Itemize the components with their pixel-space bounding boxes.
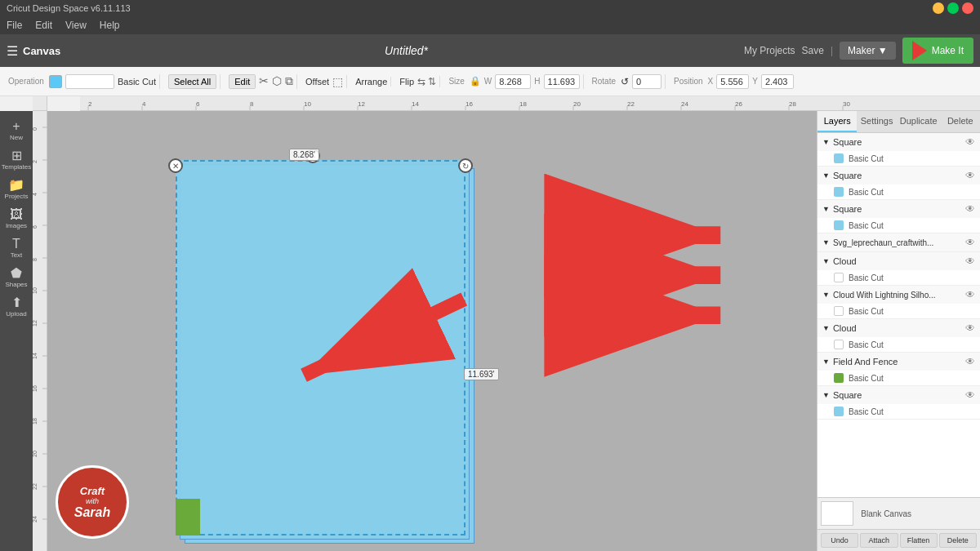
maker-button[interactable]: Maker ▼ [840,42,896,60]
rotate-input[interactable] [632,74,662,89]
layer-item-5-1[interactable]: Basic Cut [817,270,980,285]
width-input[interactable] [495,74,531,89]
layer-item-1-1[interactable]: Basic Cut [817,151,980,166]
layer-eye-7[interactable]: 👁 [965,322,975,334]
layer-name-5: Cloud [833,256,965,266]
rotate-group: Rotate ↺ [589,74,666,89]
make-it-button[interactable]: Make It [902,38,973,64]
svg-text:12: 12 [358,100,365,108]
watermark-logo: Craft with Sarah [56,465,129,539]
canvas-content[interactable]: ✕ ↻ 🔒 ⤡ ↔ 8.268' 11.693' [47,111,817,551]
svg-text:18: 18 [519,100,527,108]
svg-text:22: 22 [33,483,38,490]
lock-icon: 🔒 [470,76,481,87]
offset-group: Offset ⬚ [302,75,347,88]
undo-button[interactable]: Undo [821,533,858,548]
save-button[interactable]: Save [802,45,824,56]
svg-text:6: 6 [33,225,38,229]
svg-text:20: 20 [33,451,38,457]
layer-eye-2[interactable]: 👁 [965,170,975,181]
flip-group: Flip ⇆ ⇅ [396,76,440,87]
menu-file[interactable]: File [7,20,22,31]
tab-settings[interactable]: Settings [857,111,896,132]
layer-item-2-1[interactable]: Basic Cut [817,184,980,199]
layer-eye-1[interactable]: 👁 [965,136,975,148]
layer-arrow-1: ▼ [822,138,830,146]
maximize-button[interactable] [947,2,959,14]
layer-name-4: Svg_leprechaun_craftwith... [833,238,965,247]
canvas-square-3[interactable] [176,160,466,535]
layer-item-7-1[interactable]: Basic Cut [817,337,980,352]
layer-item-6-1[interactable]: Basic Cut [817,304,980,318]
flatten-button[interactable]: Flatten [900,533,938,548]
flip-label: Flip [399,77,414,87]
select-all-button[interactable]: Select All [168,74,216,89]
layer-item-8-1[interactable]: Basic Cut [817,371,980,385]
menu-edit[interactable]: Edit [35,20,52,31]
templates-button[interactable]: ⊞ Templates [3,147,29,173]
layer-color-1-1 [834,153,844,163]
layer-header-2[interactable]: ▼ Square 👁 [817,167,980,184]
width-dimension-label: 8.268' [289,149,319,161]
rotate-handle[interactable]: ↻ [458,158,473,173]
shapes-button[interactable]: ⬟ Shapes [3,264,29,291]
layer-group-9: ▼ Square 👁 Basic Cut [817,386,980,420]
new-button[interactable]: + New [3,118,29,144]
close-button[interactable] [962,2,973,14]
text-button[interactable]: T Text [3,235,29,261]
layer-arrow-2: ▼ [822,171,830,180]
layer-group-4: ▼ Svg_leprechaun_craftwith... 👁 [817,233,980,252]
ruler-svg: 24681012141618202224262830 [80,96,980,111]
svg-text:24: 24 [681,100,688,108]
color-swatch[interactable] [49,75,62,88]
minimize-button[interactable] [933,2,944,14]
left-sidebar: + New ⊞ Templates 📁 Projects 🖼 Images T … [0,111,33,551]
close-handle[interactable]: ✕ [168,158,183,173]
watermark-line3: Sarah [74,505,110,520]
menu-help[interactable]: Help [100,20,120,31]
select-all-group: Select All [165,74,220,89]
layer-header-3[interactable]: ▼ Square 👁 [817,200,980,218]
attach-button[interactable]: Attach [860,533,898,548]
layer-item-9-1[interactable]: Basic Cut [817,404,980,419]
layer-header-9[interactable]: ▼ Square 👁 [817,386,980,404]
svg-text:6: 6 [196,100,200,108]
layer-item-3-1[interactable]: Basic Cut [817,218,980,233]
height-input[interactable] [544,74,580,89]
svg-text:4: 4 [142,100,146,108]
x-input[interactable] [716,74,749,89]
layers-list: ▼ Square 👁 Basic Cut ▼ Square 👁 [817,133,980,497]
layer-color-8-1 [834,373,844,383]
layer-header-1[interactable]: ▼ Square 👁 [817,133,980,151]
operation-input[interactable] [65,74,114,89]
hamburger-icon[interactable]: ☰ [7,43,18,59]
layer-item-name-2-1: Basic Cut [849,188,884,197]
tab-layers[interactable]: Layers [817,111,857,132]
tab-duplicate[interactable]: Duplicate [897,111,941,132]
layer-header-4[interactable]: ▼ Svg_leprechaun_craftwith... 👁 [817,233,980,251]
layer-eye-8[interactable]: 👁 [965,356,975,367]
my-projects-link[interactable]: My Projects [744,45,795,56]
layer-header-7[interactable]: ▼ Cloud 👁 [817,319,980,337]
tab-delete[interactable]: Delete [941,111,980,132]
layer-eye-4[interactable]: 👁 [965,237,975,248]
layer-header-8[interactable]: ▼ Field And Fence 👁 [817,353,980,371]
layer-eye-3[interactable]: 👁 [965,203,975,215]
images-button[interactable]: 🖼 Images [3,206,29,232]
layer-eye-6[interactable]: 👁 [965,289,975,300]
upload-button[interactable]: ⬆ Upload [3,294,29,320]
green-rect[interactable] [176,499,200,535]
svg-text:16: 16 [33,385,38,392]
layer-header-6[interactable]: ▼ Cloud With Lightning Silho... 👁 [817,286,980,304]
menu-view[interactable]: View [65,20,87,31]
layer-item-name-9-1: Basic Cut [849,407,884,416]
offset-icon: ⬚ [332,75,343,88]
layer-eye-9[interactable]: 👁 [965,389,975,401]
y-input[interactable] [761,74,794,89]
delete-button[interactable]: Delete [939,533,977,548]
layer-header-5[interactable]: ▼ Cloud 👁 [817,252,980,270]
layer-color-3-1 [834,220,844,230]
projects-button[interactable]: 📁 Projects [3,176,29,202]
layer-eye-5[interactable]: 👁 [965,256,975,267]
edit-button[interactable]: Edit [229,74,256,89]
